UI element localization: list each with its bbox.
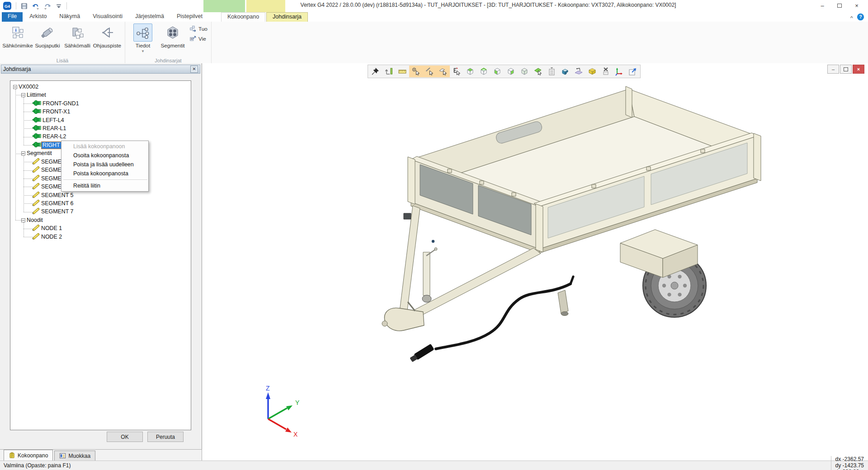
svg-text:?: ? — [859, 14, 862, 19]
segment-icon — [32, 158, 40, 166]
viewport-restore-button[interactable] — [840, 65, 852, 74]
viewport-tool-snap-point[interactable] — [409, 66, 423, 77]
tree-item-label: RIGHT — [41, 141, 61, 149]
viewport-tool-view-cube-right[interactable] — [504, 66, 518, 77]
connector-icon — [32, 100, 41, 108]
document-tab-muokkaa[interactable]: Muokkaa — [54, 451, 95, 461]
undo-button[interactable] — [31, 1, 41, 10]
ribbon-right-icons: ^? — [850, 13, 864, 22]
ribbon-button-segmentit[interactable]: Segmentit — [158, 23, 188, 49]
viewport-tool-clip-box[interactable] — [585, 66, 599, 77]
tree-guide-stub — [24, 170, 33, 171]
viewport-tool-view-cube-top[interactable] — [463, 66, 477, 77]
pick-element-icon — [452, 67, 461, 76]
ribbon-button-label: Tuo — [198, 26, 208, 32]
menu-item-osoita-kokoonpanosta[interactable]: Osoita kokoonpanosta — [61, 151, 148, 160]
ribbon-button-ohjauspiste[interactable]: Ohjauspiste — [92, 23, 122, 49]
axis-z-label: Z — [266, 385, 270, 392]
viewport-tool-pick-element[interactable] — [450, 66, 463, 77]
tab-kokoonpano[interactable]: Kokoonpano — [221, 12, 265, 22]
window-restore-button[interactable] — [831, 0, 848, 11]
save-button[interactable] — [19, 2, 29, 10]
document-tab-kokoonpano[interactable]: Kokoonpano — [4, 450, 53, 461]
tab-visualisointi[interactable]: Visualisointi — [87, 12, 128, 22]
menu-item-reititä-liitin[interactable]: Reititä liitin — [61, 181, 148, 190]
tree-item-front-gnd1[interactable]: FRONT-GND1 — [10, 99, 80, 108]
window-minimize-button[interactable]: – — [814, 0, 831, 11]
viewport-tool-coordinate-axes[interactable] — [613, 66, 626, 77]
viewport-tool-pin[interactable] — [368, 66, 382, 77]
ribbon-button-s-hk-nimike[interactable]: iSähkönimike — [3, 23, 33, 49]
ok-button[interactable]: OK — [107, 432, 143, 442]
menu-item-poista-kokoonpanosta[interactable]: Poista kokoonpanosta — [61, 169, 148, 178]
tree-item-right[interactable]: RIGHT — [10, 141, 61, 149]
viewport-tool-ruler[interactable] — [396, 66, 409, 77]
viewport-tool-snap-face[interactable] — [436, 66, 450, 77]
viewport-tool-external-window[interactable] — [626, 66, 640, 77]
tab-arkisto[interactable]: Arkisto — [24, 12, 52, 22]
viewport-tool-snap-line[interactable] — [423, 66, 436, 77]
viewport-close-button[interactable]: × — [853, 65, 864, 74]
ribbon-button-label: Suojaputki — [35, 42, 60, 49]
viewport-tool-part-list[interactable] — [545, 66, 558, 77]
viewport-tool-view-cube-wire[interactable] — [477, 66, 491, 77]
ribbon-button-label: Tiedot — [136, 42, 150, 49]
collapse-ribbon-icon[interactable]: ^ — [850, 15, 853, 20]
coordinate-triad: Z Y X — [260, 384, 310, 441]
ribbon-button-s-hk-malli[interactable]: Sähkömalli — [62, 23, 92, 49]
tree-item-rear-l2[interactable]: REAR-L2 — [10, 133, 67, 141]
ribbon-button-vie[interactable]: 3DVie — [189, 35, 208, 42]
viewport-tool-sketch-plane[interactable] — [572, 66, 585, 77]
viewport-tool-shaded-cube[interactable] — [518, 66, 531, 77]
viewport-minimize-button[interactable]: – — [827, 65, 839, 74]
help-icon[interactable]: ? — [857, 13, 864, 22]
viewport-tool-remove-section[interactable] — [599, 66, 613, 77]
tree-item-rear-l1[interactable]: REAR-L1 — [10, 124, 67, 132]
tree-item-node-2[interactable]: NODE 2 — [10, 233, 63, 241]
tree-item-front-x1[interactable]: FRONT-X1 — [10, 108, 71, 116]
ribbon: iSähkönimikeSuojaputkiSähkömalliOhjauspi… — [0, 22, 868, 64]
tab-johdinsarja[interactable]: Johdinsarja — [266, 12, 308, 22]
tree-guide-stub — [15, 154, 24, 154]
clip-box-icon — [588, 67, 597, 76]
window-close-button[interactable]: × — [848, 0, 865, 11]
ribbon-button-label: Vie — [198, 36, 206, 42]
tab-file[interactable]: File — [2, 12, 23, 22]
tree-item-left-l4[interactable]: LEFT-L4 — [10, 116, 66, 124]
tab-pistepilvet[interactable]: Pistepilvet — [171, 12, 208, 22]
redo-button[interactable] — [42, 1, 52, 10]
menu-item-poista-ja-lisää-uudelleen[interactable]: Poista ja lisää uudelleen — [61, 160, 148, 169]
viewport-tool-measure-distance[interactable] — [382, 66, 396, 77]
ribbon-button-tiedot[interactable]: Tiedot▼ — [128, 23, 158, 53]
cancel-button[interactable]: Peruuta — [147, 432, 184, 442]
tree-item-segment-7[interactable]: SEGMENT 7 — [10, 208, 75, 216]
assembly-tab-icon — [9, 452, 15, 459]
ribbon-button-suojaputki[interactable]: Suojaputki — [33, 23, 62, 49]
viewport-tool-select-face[interactable] — [531, 66, 545, 77]
3d-viewport[interactable]: – × Z Y X — [202, 63, 868, 461]
panel-close-button[interactable]: ✕ — [190, 66, 198, 73]
tree-guide-stub — [24, 103, 33, 104]
tree-item-segment-5[interactable]: SEGMENT 5 — [10, 191, 75, 199]
tree-guide-stub — [15, 95, 24, 95]
viewport-tool-view-cube-left[interactable] — [491, 66, 504, 77]
tree-item-label: SEGMENT 5 — [40, 192, 75, 199]
ribbon-button-tuo[interactable]: Tuo — [189, 25, 208, 33]
segment-icon — [32, 158, 40, 164]
customize-toolbar-button[interactable] — [54, 2, 63, 10]
tree-guide-stub — [15, 220, 24, 221]
tree-item-node-1[interactable]: NODE 1 — [10, 225, 63, 233]
status-message: Valmiina (Opaste: paina F1) — [0, 462, 831, 469]
tab-j-rjestelm-[interactable]: Järjestelmä — [129, 12, 170, 22]
tree-item-segment-6[interactable]: SEGMENT 6 — [10, 199, 75, 207]
tree-expand-icon[interactable] — [13, 85, 17, 89]
sketch-plane-icon — [574, 67, 583, 76]
ribbon-button-label: Sähkömalli — [64, 42, 90, 49]
tree-guide-stub — [24, 137, 33, 137]
tab-n-kym-[interactable]: Näkymä — [53, 12, 86, 22]
tree-item-label: REAR-L1 — [41, 125, 67, 132]
undo-icon — [32, 2, 40, 10]
viewport-tool-section-view[interactable] — [558, 66, 572, 77]
connector-icon — [32, 108, 41, 114]
g4-logo-icon: G4 — [3, 1, 12, 10]
